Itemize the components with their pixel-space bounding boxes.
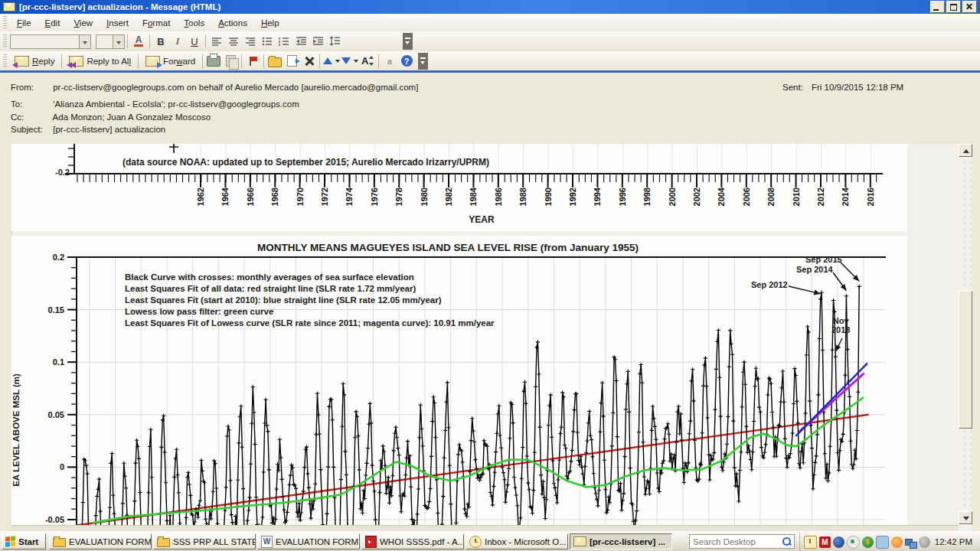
taskbar-button-label: EVALUATION FORM ... (276, 537, 360, 546)
message-body[interactable]: 1962196419661968197019721974197619781980… (0, 144, 980, 531)
reminder-clock-icon[interactable] (804, 536, 817, 549)
svg-text:2014: 2014 (841, 187, 850, 206)
move-to-folder-icon (287, 55, 297, 67)
menu-edit[interactable]: Edit (38, 16, 67, 30)
chevron-down-icon[interactable] (354, 60, 358, 63)
font-size-combo[interactable] (96, 34, 125, 49)
move-to-folder-button[interactable] (284, 54, 299, 69)
volume-icon[interactable] (919, 536, 930, 548)
body-right-edge (972, 144, 980, 531)
messenger-orb-icon[interactable] (833, 536, 844, 548)
toolbar-grip[interactable] (3, 16, 7, 28)
decrease-indent-button[interactable] (293, 34, 309, 49)
window-title: [pr-ccc-listserv] actualizacion - Messag… (19, 2, 930, 11)
y-tick-labels: 0.20.150.10.050-0.05 (45, 253, 64, 524)
sent-label: Sent: (782, 83, 803, 92)
taskbar-clock: 12:42 PM (935, 537, 972, 546)
delete-button[interactable] (301, 54, 316, 69)
toolbar-grip[interactable] (3, 54, 7, 68)
reply-to-all-button[interactable]: Reply to All (64, 54, 136, 68)
menu-tools[interactable]: Tools (177, 16, 211, 30)
font-color-bar (134, 44, 143, 47)
copy-button[interactable] (223, 54, 238, 69)
translate-button[interactable]: a (382, 54, 397, 69)
scrollbar-thumb[interactable] (959, 291, 972, 429)
forward-label: Forward (163, 57, 195, 66)
underline-button[interactable]: U (187, 34, 202, 49)
italic-button[interactable]: I (170, 34, 185, 49)
align-center-button[interactable] (226, 34, 241, 49)
toolbar-options-button[interactable] (403, 33, 413, 50)
taskbar-button-message-window[interactable]: [pr-ccc-listserv] ... (570, 533, 672, 549)
svg-text:1968: 1968 (270, 187, 279, 206)
chevron-down-icon[interactable] (335, 60, 340, 63)
svg-text:1970: 1970 (296, 187, 305, 206)
scroll-down-button[interactable] (959, 511, 972, 524)
main-chart-title: MONTHLY MEANS MAGUEYES ISLAND SEA LEVEL … (11, 242, 884, 253)
line-spacing-button[interactable] (327, 34, 342, 49)
toolbar-separator (138, 54, 139, 68)
reply-button[interactable]: Reply (10, 54, 59, 68)
forward-button[interactable]: Forward (141, 54, 200, 68)
previous-item-button[interactable] (323, 54, 340, 69)
restore-button[interactable] (946, 1, 961, 13)
chevron-down-icon[interactable] (79, 35, 90, 48)
search-input[interactable] (690, 537, 781, 546)
antivirus-alert-icon[interactable] (862, 536, 874, 548)
font-color-icon: A (136, 37, 142, 44)
title-bar[interactable]: [pr-ccc-listserv] actualizacion - Messag… (0, 0, 980, 14)
help-icon: ? (401, 55, 413, 67)
vertical-scrollbar[interactable] (959, 144, 972, 525)
cc-value: Ada Monzon; Juan A Gonzalez Moscoso (53, 112, 211, 122)
scroll-up-button[interactable] (959, 144, 972, 157)
pinwheel-icon[interactable] (847, 536, 860, 549)
print-button[interactable] (206, 54, 221, 69)
close-button[interactable] (962, 1, 977, 13)
help-button[interactable]: ? (399, 54, 414, 69)
menu-actions[interactable]: Actions (211, 16, 254, 30)
mcafee-icon[interactable]: M (819, 536, 831, 548)
menu-help[interactable]: Help (254, 16, 286, 30)
follow-up-flag-button[interactable] (245, 54, 260, 69)
network-icon[interactable] (905, 536, 916, 548)
next-item-button[interactable] (341, 54, 358, 69)
taskbar-button-evaluation-forms[interactable]: EVALUATION FORMS (49, 533, 152, 549)
journal-icon[interactable] (876, 536, 889, 549)
create-rule-button[interactable] (267, 54, 283, 69)
menu-view[interactable]: View (67, 16, 100, 30)
reply-envelope-icon (15, 56, 29, 67)
svg-text:0.15: 0.15 (48, 305, 64, 315)
align-left-button[interactable] (209, 34, 224, 49)
taskbar-button-sss-prp[interactable]: SSS PRP ALL STATES (153, 533, 256, 549)
search-desktop-box (689, 534, 795, 549)
minimize-button[interactable] (930, 1, 945, 13)
body-left-edge (0, 144, 12, 531)
toolbar-options-button[interactable] (418, 53, 428, 70)
horizontal-scrollbar[interactable] (11, 525, 959, 531)
font-color-button[interactable]: A (131, 34, 146, 49)
align-right-button[interactable] (243, 34, 258, 49)
taskbar-button-outlook-inbox[interactable]: Inbox - Microsoft O... (466, 533, 568, 549)
font-name-combo[interactable] (10, 34, 91, 49)
main-chart-image: 0.20.150.10.050-0.05 MONTHLY MEANS MAGUE… (11, 236, 907, 527)
menu-insert[interactable]: Insert (100, 16, 136, 30)
increase-indent-button[interactable] (310, 34, 325, 49)
numbered-list-button[interactable] (276, 34, 292, 49)
orange-swirl-icon[interactable] (891, 536, 903, 548)
toolbar-grip[interactable] (3, 34, 7, 48)
svg-text:1984: 1984 (469, 187, 478, 206)
svg-text:1966: 1966 (246, 187, 255, 206)
to-row: To: 'Alianza Ambiental - EcoIsla'; pr-cc… (11, 99, 299, 109)
taskbar-button-whoi-pdf[interactable]: WHOI SSSS.pdf - A... (361, 533, 464, 549)
minimize-icon (933, 9, 939, 11)
taskbar-button-evaluation-form-doc[interactable]: W EVALUATION FORM ... (257, 533, 360, 549)
menu-file[interactable]: File (10, 16, 38, 30)
text-size-button[interactable]: A (360, 54, 375, 69)
bold-button[interactable]: B (153, 34, 168, 49)
start-button[interactable]: Start (2, 533, 46, 549)
chevron-down-icon[interactable] (113, 35, 124, 48)
bullet-list-button[interactable] (260, 34, 275, 49)
search-icon[interactable] (781, 536, 792, 547)
menu-format[interactable]: Format (136, 16, 177, 30)
printer-icon (207, 56, 220, 67)
